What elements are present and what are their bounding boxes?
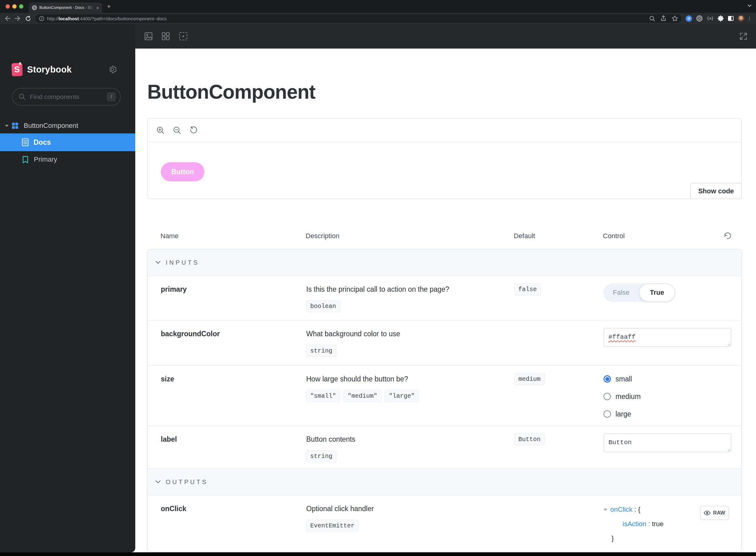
traffic-zoom-button[interactable] — [19, 4, 23, 9]
brand-title[interactable]: Storybook — [27, 65, 72, 75]
story-preview-card: Button Show code — [147, 118, 742, 199]
radio-option-small[interactable]: small — [604, 375, 731, 383]
section-inputs[interactable]: INPUTS — [148, 250, 741, 275]
traffic-minimize-button[interactable] — [12, 4, 16, 9]
expand-caret-icon[interactable] — [5, 125, 9, 127]
radio-icon[interactable] — [604, 393, 611, 400]
arg-description: How large should the button be? "small" … — [306, 366, 514, 427]
tree-collapse-icon[interactable] — [604, 509, 607, 511]
zoom-in-icon[interactable] — [157, 126, 165, 134]
chevron-down-icon — [155, 260, 161, 264]
tab-favicon-icon: S — [32, 5, 37, 10]
storybook-logo: S — [11, 63, 23, 76]
arg-description: Optional click handler EventEmitter — [306, 495, 514, 551]
sidebar-item-buttoncomponent[interactable]: ButtonComponent — [0, 117, 135, 135]
grid-toggle-icon[interactable] — [162, 32, 170, 40]
table-row-size: size How large should the button be? "sm… — [148, 365, 741, 425]
tab-search-chevron-icon[interactable] — [747, 4, 752, 7]
type-chip: "medium" — [344, 390, 381, 402]
share-icon[interactable] — [661, 15, 666, 22]
sidebar-item-label: Primary — [34, 155, 57, 164]
argstable-header: Name Description Default Control — [147, 230, 742, 242]
section-label: INPUTS — [166, 259, 199, 266]
screen: S ButtonComponent - Docs · Sto × + http:… — [0, 0, 756, 556]
side-panel-icon[interactable] — [728, 16, 733, 21]
default-chip: false — [514, 283, 541, 296]
extensions-puzzle-icon[interactable] — [718, 15, 724, 22]
tab-close-icon[interactable]: × — [96, 5, 99, 10]
site-info-icon[interactable] — [39, 16, 44, 21]
browser-tab-strip: S ButtonComponent - Docs · Sto × + — [0, 0, 756, 13]
window-bottom-edge — [0, 552, 756, 556]
new-tab-button[interactable]: + — [107, 3, 111, 9]
arg-description: Is this the principal call to action on … — [306, 276, 514, 320]
type-chip: string — [306, 450, 336, 462]
column-header-description: Description — [306, 232, 514, 240]
tree-line: } — [604, 531, 731, 546]
zoom-out-icon[interactable] — [173, 126, 181, 134]
bookmark-star-icon[interactable] — [672, 15, 678, 22]
browser-toolbar: http://localhost:4400/?path=/docs/button… — [0, 13, 756, 24]
measure-outline-icon[interactable] — [179, 32, 187, 41]
chevron-down-icon — [155, 480, 161, 484]
zoom-reset-icon[interactable] — [190, 126, 198, 134]
sidebar-item-primary[interactable]: Primary — [0, 150, 135, 168]
json-extension-icon[interactable]: {≡} — [707, 16, 714, 21]
table-row-onclick: onClick Optional click handler EventEmit… — [148, 495, 741, 551]
arg-description: Button contents string — [306, 426, 514, 468]
column-header-default: Default — [514, 232, 603, 240]
arg-description: What background color to use string — [306, 320, 514, 365]
radio-option-medium[interactable]: medium — [604, 392, 731, 401]
type-chip: EventEmitter — [306, 520, 358, 532]
browser-menu-icon[interactable]: ⋮ — [747, 18, 752, 20]
type-chip: "small" — [306, 390, 340, 402]
section-outputs[interactable]: OUTPUTS — [148, 468, 741, 495]
forward-icon[interactable] — [15, 16, 21, 21]
reset-controls-icon[interactable] — [724, 232, 732, 240]
url-bar[interactable]: http://localhost:4400/?path=/docs/button… — [35, 14, 682, 23]
url-text: http://localhost:4400/?path=/docs/button… — [47, 16, 167, 21]
table-row-label: label Button contents string Button Butt… — [148, 425, 741, 468]
browser-tab[interactable]: S ButtonComponent - Docs · Sto × — [29, 2, 102, 13]
argstable: INPUTS primary Is this the principal cal… — [147, 249, 742, 552]
zoom-page-icon[interactable] — [649, 16, 655, 22]
eye-icon — [704, 511, 711, 515]
default-chip: Button — [514, 433, 545, 445]
label-input[interactable]: Button — [604, 433, 731, 452]
story-button[interactable]: Button — [161, 162, 204, 181]
target-extension-icon[interactable] — [696, 15, 703, 22]
sidebar-item-docs-selected[interactable]: Docs — [0, 133, 135, 151]
back-icon[interactable] — [4, 16, 10, 21]
backgroundcolor-input[interactable]: #ffaaff — [604, 328, 731, 347]
table-row-primary: primary Is this the principal call to ac… — [148, 275, 741, 320]
toggle-option-true-selected[interactable]: True — [639, 283, 675, 302]
boolean-toggle[interactable]: False True — [604, 283, 675, 302]
traffic-close-button[interactable] — [5, 4, 10, 9]
arg-name: label — [148, 426, 306, 468]
section-label: OUTPUTS — [166, 479, 208, 486]
radio-icon[interactable] — [604, 410, 611, 418]
raw-toggle-button[interactable]: RAW — [700, 506, 729, 520]
radio-selected-icon[interactable] — [604, 375, 611, 383]
toggle-option-false[interactable]: False — [604, 289, 639, 297]
gear-icon[interactable] — [108, 65, 117, 74]
search-input[interactable]: Find components / — [12, 88, 121, 106]
table-row-backgroundcolor: backgroundColor What background color to… — [148, 320, 741, 365]
background-image-icon[interactable] — [144, 32, 152, 40]
page-title: ButtonComponent — [147, 80, 315, 103]
fullscreen-icon[interactable] — [740, 32, 747, 40]
bookmark-icon — [23, 156, 28, 164]
profile-avatar[interactable] — [737, 15, 744, 22]
search-shortcut-key: / — [107, 92, 116, 101]
tab-title: ButtonComponent - Docs · Sto — [39, 5, 94, 10]
search-icon — [19, 94, 26, 100]
sidebar-item-label: ButtonComponent — [24, 122, 78, 130]
reload-icon[interactable] — [25, 16, 31, 22]
type-chip: "large" — [385, 390, 419, 402]
password-extension-icon[interactable]: ⊙ — [686, 15, 692, 22]
show-code-button[interactable]: Show code — [690, 183, 742, 199]
radio-option-large[interactable]: large — [604, 410, 731, 418]
column-header-control: Control — [603, 232, 724, 240]
arg-name: size — [148, 366, 306, 427]
arg-name: backgroundColor — [148, 320, 306, 365]
